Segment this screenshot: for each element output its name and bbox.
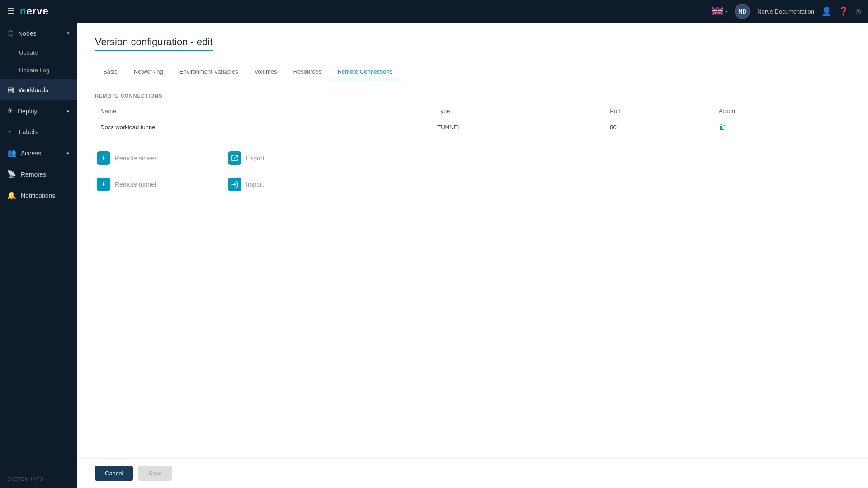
add-remote-screen-label: Remote screen xyxy=(115,155,158,162)
sidebar-item-workloads[interactable]: ▦ Workloads xyxy=(0,79,77,100)
col-type: Type xyxy=(432,104,604,118)
access-arrow-icon: ▸ xyxy=(67,150,70,156)
import-icon xyxy=(228,178,241,191)
delete-connection-button[interactable]: 🗑 xyxy=(719,123,726,131)
sidebar-item-access[interactable]: 👥 Access ▸ xyxy=(0,142,77,164)
section-header: REMOTE CONNECTIONS xyxy=(95,93,850,99)
sidebar-item-update-log[interactable]: Update Log xyxy=(0,61,77,79)
export-label: Export xyxy=(246,155,264,162)
sidebar-item-label: Remotes xyxy=(21,171,46,178)
content-inner: Version configuration - edit Basic Netwo… xyxy=(77,23,868,458)
save-button: Save xyxy=(138,466,172,481)
add-remote-screen-icon: + xyxy=(97,151,110,165)
add-remote-tunnel-icon: + xyxy=(97,178,110,191)
topbar: ☰ nerve ▾ ND Nerve Documentation 👤 ❓ ⎋ xyxy=(0,0,868,23)
sidebar-item-label: Labels xyxy=(19,128,38,136)
remotes-icon: 📡 xyxy=(7,170,16,178)
tab-volumes[interactable]: Volumes xyxy=(246,64,285,80)
workloads-icon: ▦ xyxy=(7,85,14,94)
add-remote-tunnel-label: Remote tunnel xyxy=(115,181,156,188)
tab-networking[interactable]: Networking xyxy=(126,64,171,80)
sidebar-item-label: Workloads xyxy=(19,86,48,94)
table-body: Docs workload tunnel TUNNEL 80 🗑 xyxy=(95,118,850,136)
nodes-icon: ⬡ xyxy=(7,29,14,38)
row-name: Docs workload tunnel xyxy=(95,118,432,136)
col-action: Action xyxy=(713,104,850,118)
tab-basic[interactable]: Basic xyxy=(95,64,126,80)
nodes-arrow-icon: ▾ xyxy=(67,30,70,36)
user-profile-icon[interactable]: 👤 xyxy=(821,6,831,16)
sidebar-item-label: Update xyxy=(19,49,38,56)
content-area: Version configuration - edit Basic Netwo… xyxy=(77,23,868,488)
nerve-docs-link[interactable]: Nerve Documentation xyxy=(757,8,814,15)
export-button[interactable]: Export xyxy=(226,149,330,168)
labels-icon: 🏷 xyxy=(7,128,14,136)
logout-icon[interactable]: ⎋ xyxy=(856,7,861,16)
export-icon xyxy=(228,151,241,165)
notifications-icon: 🔔 xyxy=(7,191,16,200)
avatar[interactable]: ND xyxy=(735,4,750,19)
sidebar-item-labels[interactable]: 🏷 Labels xyxy=(0,122,77,142)
topbar-left: ☰ nerve xyxy=(7,5,49,17)
sidebar-item-notifications[interactable]: 🔔 Notifications xyxy=(0,185,77,206)
help-icon[interactable]: ❓ xyxy=(839,6,849,16)
svg-line-1 xyxy=(234,155,237,159)
col-port: Port xyxy=(604,104,713,118)
sidebar: ⬡ Nodes ▾ Update Update Log ▦ Workloads … xyxy=(0,23,77,488)
tab-resources[interactable]: Resources xyxy=(285,64,330,80)
hamburger-icon[interactable]: ☰ xyxy=(7,6,14,16)
sidebar-item-label: Nodes xyxy=(18,30,36,37)
tab-remote-connections[interactable]: Remote Connections xyxy=(330,64,401,80)
content-footer: Cancel Save xyxy=(77,458,868,488)
deploy-arrow-icon: ▸ xyxy=(67,108,70,114)
sidebar-item-update[interactable]: Update xyxy=(0,44,77,61)
sidebar-item-remotes[interactable]: 📡 Remotes xyxy=(0,164,77,185)
table-row: Docs workload tunnel TUNNEL 80 🗑 xyxy=(95,118,850,136)
row-type: TUNNEL xyxy=(432,118,604,136)
sidebar-item-label: Deploy xyxy=(18,108,38,115)
tabs-bar: Basic Networking Environment Variables V… xyxy=(95,64,850,80)
add-remote-tunnel-button[interactable]: + Remote tunnel xyxy=(95,175,199,194)
language-chevron-icon: ▾ xyxy=(725,9,727,14)
main-layout: ⬡ Nodes ▾ Update Update Log ▦ Workloads … xyxy=(0,23,868,488)
connections-table: Name Type Port Action Docs workload tunn… xyxy=(95,104,850,136)
system-info[interactable]: SYSTEM INFO xyxy=(0,470,77,488)
uk-flag-icon xyxy=(712,7,723,15)
import-label: Import xyxy=(246,181,264,188)
add-remote-screen-button[interactable]: + Remote screen xyxy=(95,149,199,168)
col-name: Name xyxy=(95,104,432,118)
language-selector[interactable]: ▾ xyxy=(712,7,727,15)
deploy-icon: ✈ xyxy=(7,107,13,115)
cancel-button[interactable]: Cancel xyxy=(95,466,133,481)
sidebar-item-label: Notifications xyxy=(21,192,55,199)
access-icon: 👥 xyxy=(7,149,16,157)
sidebar-item-label: Update Log xyxy=(19,67,49,74)
row-action: 🗑 xyxy=(713,118,850,136)
row-port: 80 xyxy=(604,118,713,136)
table-head: Name Type Port Action xyxy=(95,104,850,118)
sidebar-item-nodes[interactable]: ⬡ Nodes ▾ xyxy=(0,23,77,44)
page-title: Version configuration - edit xyxy=(95,36,213,51)
sidebar-item-label: Access xyxy=(21,150,41,157)
logo: nerve xyxy=(20,5,49,17)
tab-environment-variables[interactable]: Environment Variables xyxy=(171,64,246,80)
add-actions-grid: + Remote screen Export + Remo xyxy=(95,149,330,194)
sidebar-item-deploy[interactable]: ✈ Deploy ▸ xyxy=(0,100,77,122)
topbar-right: ▾ ND Nerve Documentation 👤 ❓ ⎋ xyxy=(712,4,861,19)
import-button[interactable]: Import xyxy=(226,175,330,194)
